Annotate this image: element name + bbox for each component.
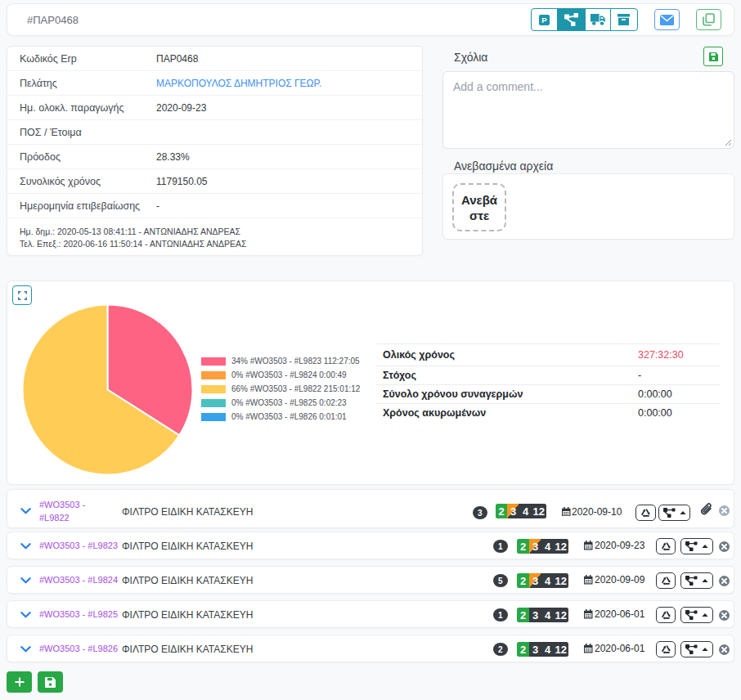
svg-text:P: P [541,16,547,25]
